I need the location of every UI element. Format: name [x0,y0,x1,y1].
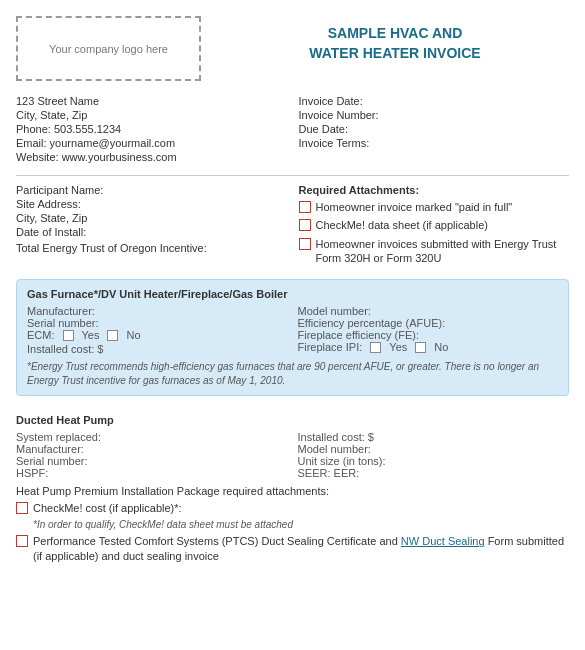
gas-furnace-left: Manufacturer: Serial number: ECM: Yes No… [27,305,288,355]
gas-furnace-fields: Manufacturer: Serial number: ECM: Yes No… [27,305,558,355]
ipi-no-checkbox[interactable] [415,342,426,353]
dhp-cb-2[interactable] [16,535,28,547]
gf-installed-cost: Installed cost: $ [27,343,288,355]
logo-text: Your company logo here [49,43,168,55]
gas-furnace-title: Gas Furnace*/DV Unit Heater/Fireplace/Ga… [27,288,558,300]
company-website: Website: www.yourbusiness.com [16,151,287,163]
ecm-yes-checkbox[interactable] [63,330,74,341]
required-attachments-block: Required Attachments: Homeowner invoice … [299,184,570,269]
dhp-cb-1[interactable] [16,502,28,514]
dhp-left: System replaced: Manufacturer: Serial nu… [16,431,288,479]
company-info-block: 123 Street Name City, State, Zip Phone: … [16,95,287,165]
dhp-hspf: HSPF: [16,467,288,479]
title-line1: SAMPLE HVAC AND [328,25,463,41]
logo-placeholder: Your company logo here [16,16,201,81]
company-email: Email: yourname@yourmail.com [16,137,287,149]
gas-furnace-right: Model number: Efficiency percentage (AFU… [298,305,559,355]
gf-efficiency: Efficiency percentage (AFUE): [298,317,559,329]
dhp-fields: System replaced: Manufacturer: Serial nu… [16,431,569,479]
dhp-checkbox-2: Performance Tested Comfort Systems (PTCS… [16,534,569,563]
date-install-label: Date of Install: [16,226,287,238]
dhp-serial: Serial number: [16,455,288,467]
invoice-title: SAMPLE HVAC AND WATER HEATER INVOICE [221,16,569,63]
info-row: 123 Street Name City, State, Zip Phone: … [16,95,569,165]
gf-model: Model number: [298,305,559,317]
participant-row: Participant Name: Site Address: City, St… [16,184,569,269]
attachment-label-1: Homeowner invoice marked "paid in full" [316,200,513,214]
dhp-attachments-label: Heat Pump Premium Installation Package r… [16,485,569,497]
company-phone: Phone: 503.555.1234 [16,123,287,135]
dhp-installed-cost: Installed cost: $ [298,431,570,443]
attachment-item-1: Homeowner invoice marked "paid in full" [299,200,570,214]
divider-1 [16,175,569,176]
title-line2: WATER HEATER INVOICE [309,45,480,61]
invoice-number-label: Invoice Number: [299,109,570,121]
attachments-title: Required Attachments: [299,184,570,196]
header-section: Your company logo here SAMPLE HVAC AND W… [16,16,569,81]
gf-ecm-row: ECM: Yes No [27,329,288,341]
attachment-item-3: Homeowner invoices submitted with Energy… [299,237,570,266]
invoice-fields-block: Invoice Date: Invoice Number: Due Date: … [299,95,570,165]
checkbox-2[interactable] [299,219,311,231]
attachment-label-3: Homeowner invoices submitted with Energy… [316,237,570,266]
gas-furnace-note: *Energy Trust recommends high-efficiency… [27,360,558,387]
dhp-cb-note-1: *In order to qualify, CheckMe! data shee… [33,519,569,530]
company-address: 123 Street Name [16,95,287,107]
gf-manufacturer: Manufacturer: [27,305,288,317]
attachment-item-2: CheckMe! data sheet (if applicable) [299,218,570,232]
ducted-heat-pump-section: Ducted Heat Pump System replaced: Manufa… [16,406,569,575]
gf-ipi-row: Fireplace IPI: Yes No [298,341,559,353]
dhp-system-replaced: System replaced: [16,431,288,443]
dhp-cb-label-1: CheckMe! cost (if applicable)*: [33,501,182,515]
checkbox-3[interactable] [299,238,311,250]
dhp-manufacturer: Manufacturer: [16,443,288,455]
participant-name-label: Participant Name: [16,184,287,196]
dhp-cb-label-2: Performance Tested Comfort Systems (PTCS… [33,534,569,563]
site-address-label: Site Address: [16,198,287,210]
company-city: City, State, Zip [16,109,287,121]
participant-city-label: City, State, Zip [16,212,287,224]
total-energy-label: Total Energy Trust of Oregon Incentive: [16,242,287,254]
gas-furnace-section: Gas Furnace*/DV Unit Heater/Fireplace/Ga… [16,279,569,396]
invoice-date-label: Invoice Date: [299,95,570,107]
invoice-terms-label: Invoice Terms: [299,137,570,149]
dhp-checkbox-1: CheckMe! cost (if applicable)*: [16,501,569,515]
dhp-unit-size: Unit size (in tons): [298,455,570,467]
attachment-label-2: CheckMe! data sheet (if applicable) [316,218,488,232]
dhp-right: Installed cost: $ Model number: Unit siz… [298,431,570,479]
dhp-title: Ducted Heat Pump [16,414,569,426]
participant-info-block: Participant Name: Site Address: City, St… [16,184,287,269]
nw-duct-sealing-link[interactable]: NW Duct Sealing [401,535,485,547]
due-date-label: Due Date: [299,123,570,135]
gf-serial: Serial number: [27,317,288,329]
dhp-model: Model number: [298,443,570,455]
checkbox-1[interactable] [299,201,311,213]
ecm-no-checkbox[interactable] [107,330,118,341]
gf-fireplace-eff: Fireplace efficiency (FE): [298,329,559,341]
ipi-yes-checkbox[interactable] [370,342,381,353]
dhp-seer-eer: SEER: EER: [298,467,570,479]
